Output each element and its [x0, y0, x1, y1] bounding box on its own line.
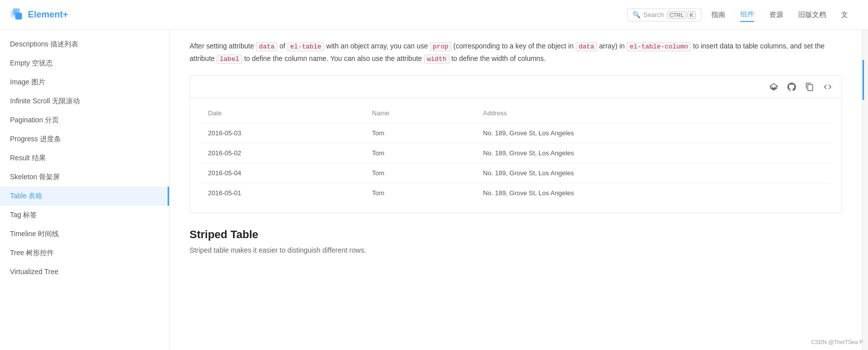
- nav-guides[interactable]: 指南: [711, 8, 725, 21]
- sidebar-item-empty[interactable]: Empty 空状态: [0, 54, 169, 73]
- code-prop: prop: [430, 42, 451, 51]
- desc-end: to define the width of columns.: [451, 54, 546, 62]
- logo-icon: [10, 7, 25, 22]
- cell-address: No. 189, Grove St, Los Angeles: [475, 183, 832, 203]
- code-label: label: [217, 54, 242, 64]
- sidebar-item-tag[interactable]: Tag 标签: [0, 206, 169, 225]
- csdn-badge: CSDN @TheITSea P: [811, 339, 863, 345]
- cell-name: Tom: [364, 143, 475, 163]
- cell-name: Tom: [364, 163, 475, 183]
- desc-define: to define the column name. You can also …: [244, 54, 424, 62]
- cell-address: No. 189, Grove St, Los Angeles: [475, 123, 832, 143]
- striped-desc: Striped table makes it easier to disting…: [190, 246, 842, 254]
- nav-lang[interactable]: 文: [841, 8, 848, 21]
- table-wrap: Date Name Address 2016-05-03TomNo. 189, …: [190, 98, 842, 213]
- code-el-table: el-table: [287, 42, 324, 51]
- nav-links: 指南 组件 资源 旧版文档 文: [711, 8, 848, 22]
- cell-date: 2016-05-01: [200, 183, 364, 203]
- code-data2: data: [576, 42, 597, 51]
- cell-date: 2016-05-04: [200, 163, 364, 183]
- search-label: Search: [644, 11, 664, 18]
- desc-of: of: [279, 42, 287, 50]
- col-address: Address: [475, 103, 832, 123]
- sidebar-item-image[interactable]: Image 图片: [0, 73, 169, 92]
- k-key: K: [687, 11, 696, 19]
- code-width: width: [424, 54, 449, 64]
- logo-text: Element+: [28, 9, 68, 20]
- table-row: 2016-05-02TomNo. 189, Grove St, Los Ange…: [200, 143, 832, 163]
- table-row: 2016-05-03TomNo. 189, Grove St, Los Ange…: [200, 123, 832, 143]
- cell-date: 2016-05-02: [200, 143, 364, 163]
- cell-date: 2016-05-03: [200, 123, 364, 143]
- desc-middle: with an object array, you can use: [326, 42, 430, 50]
- table-header-row: Date Name Address: [200, 103, 832, 123]
- codepen-icon[interactable]: [768, 81, 780, 93]
- search-icon: 🔍: [633, 11, 641, 18]
- sidebar-item-virtualized-tree[interactable]: Virtualized Tree: [0, 263, 169, 281]
- desc-corresponding: (corresponding to a key of the object in: [453, 42, 576, 50]
- cell-name: Tom: [364, 123, 475, 143]
- sidebar-item-progress[interactable]: Progress 进度条: [0, 130, 169, 149]
- demo-toolbar: [190, 76, 842, 98]
- cell-address: No. 189, Grove St, Los Angeles: [475, 143, 832, 163]
- striped-title: Striped Table: [190, 228, 842, 241]
- sidebar-item-timeline[interactable]: Timeline 时间线: [0, 225, 169, 244]
- col-date: Date: [200, 103, 364, 123]
- nav-resources[interactable]: 资源: [769, 8, 783, 21]
- nav-components[interactable]: 组件: [740, 8, 754, 22]
- desc-array-in: array) in: [599, 42, 627, 50]
- layout: Descriptions 描述列表 Empty 空状态 Image 图片 Inf…: [0, 30, 868, 350]
- sidebar-item-infinite-scroll[interactable]: Infinite Scroll 无限滚动: [0, 92, 169, 111]
- sidebar-item-result[interactable]: Result 结果: [0, 149, 169, 168]
- code-toggle-icon[interactable]: [822, 81, 834, 93]
- sidebar-item-tree[interactable]: Tree 树形控件: [0, 244, 169, 263]
- table-row: 2016-05-04TomNo. 189, Grove St, Los Ange…: [200, 163, 832, 183]
- ctrl-key: CTRL: [667, 11, 686, 19]
- logo[interactable]: Element+: [10, 7, 68, 22]
- sidebar: Descriptions 描述列表 Empty 空状态 Image 图片 Inf…: [0, 30, 170, 350]
- right-panel-indicator: [863, 60, 864, 100]
- github-icon[interactable]: [786, 81, 798, 93]
- svg-rect-2: [15, 12, 22, 19]
- sidebar-item-skeleton[interactable]: Skeleton 骨架屏: [0, 168, 169, 187]
- main-content: After setting attribute data of el-table…: [170, 30, 862, 350]
- right-panel: [862, 30, 868, 350]
- striped-section: Striped Table Striped table makes it eas…: [190, 228, 842, 254]
- search-shortcut: CTRL K: [667, 11, 696, 19]
- demo-box: Date Name Address 2016-05-03TomNo. 189, …: [190, 75, 842, 213]
- sidebar-item-descriptions[interactable]: Descriptions 描述列表: [0, 35, 169, 54]
- header: Element+ 🔍 Search CTRL K 指南 组件 资源 旧版文档 文: [0, 0, 868, 30]
- data-table: Date Name Address 2016-05-03TomNo. 189, …: [200, 103, 832, 203]
- code-data: data: [256, 42, 277, 51]
- cell-address: No. 189, Grove St, Los Angeles: [475, 163, 832, 183]
- desc-before-data: After setting attribute: [190, 42, 254, 50]
- search-box[interactable]: 🔍 Search CTRL K: [627, 8, 701, 21]
- sidebar-item-pagination[interactable]: Pagination 分页: [0, 111, 169, 130]
- description-paragraph: After setting attribute data of el-table…: [190, 40, 842, 65]
- code-el-table-column: el-table-column: [627, 42, 691, 51]
- cell-name: Tom: [364, 183, 475, 203]
- col-name: Name: [364, 103, 475, 123]
- nav-old-docs[interactable]: 旧版文档: [798, 8, 826, 21]
- copy-icon[interactable]: [804, 81, 816, 93]
- sidebar-item-table[interactable]: Table 表格: [0, 187, 169, 206]
- table-row: 2016-05-01TomNo. 189, Grove St, Los Ange…: [200, 183, 832, 203]
